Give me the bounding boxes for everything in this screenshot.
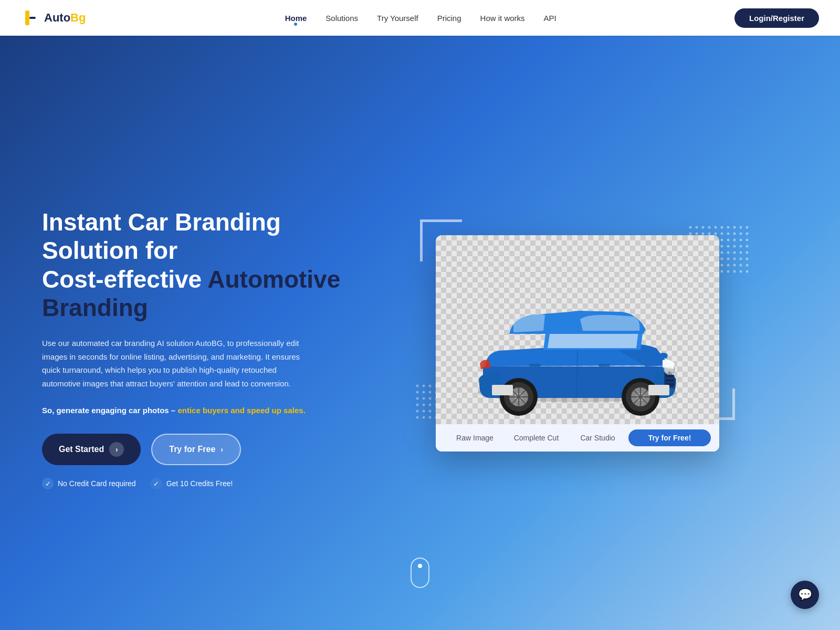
svg-point-41 [746, 245, 749, 248]
chat-button[interactable]: 💬 [791, 581, 819, 609]
nav-links: Home Solutions Try Yourself Pricing How … [107, 14, 734, 23]
svg-point-112 [416, 416, 419, 419]
hero-title: Instant Car Branding Solution for Cost-e… [42, 208, 357, 322]
chat-icon: 💬 [798, 588, 812, 602]
svg-point-12 [689, 233, 692, 235]
svg-point-60 [740, 258, 742, 260]
nav-solutions[interactable]: Solutions [326, 14, 358, 23]
svg-point-106 [416, 410, 419, 413]
svg-rect-144 [492, 385, 513, 395]
svg-point-9 [733, 226, 736, 229]
hero-description: Use our automated car branding AI soluti… [42, 337, 315, 390]
svg-point-57 [721, 258, 723, 260]
svg-point-100 [416, 404, 419, 406]
nav-api[interactable]: API [544, 14, 556, 23]
svg-point-113 [423, 416, 425, 419]
tab-complete-cut[interactable]: Complete Cut [506, 429, 567, 446]
svg-point-58 [727, 258, 730, 260]
no-card-badge: ✓ No Credit Card required [42, 478, 136, 489]
svg-rect-1 [29, 17, 36, 19]
logo[interactable]: AutoBg [21, 8, 86, 27]
car-panel-tabs: Raw Image Complete Cut Car Studio Try fo… [436, 424, 719, 452]
svg-point-7 [721, 226, 723, 229]
nav-home[interactable]: Home [285, 14, 307, 23]
svg-point-10 [740, 226, 742, 229]
svg-point-96 [429, 397, 432, 400]
svg-point-6 [715, 226, 717, 229]
svg-point-31 [746, 239, 749, 242]
scroll-dot [418, 564, 422, 568]
scroll-indicator [411, 558, 429, 588]
svg-point-28 [727, 239, 730, 242]
logo-icon [21, 8, 40, 27]
svg-point-101 [423, 404, 425, 406]
svg-point-18 [727, 233, 730, 235]
svg-point-29 [733, 239, 736, 242]
svg-point-83 [423, 385, 425, 387]
svg-point-14 [702, 233, 705, 235]
svg-point-51 [746, 251, 749, 254]
svg-point-49 [733, 251, 736, 254]
svg-point-108 [429, 410, 432, 413]
svg-point-70 [740, 264, 742, 267]
tab-car-studio[interactable]: Car Studio [567, 429, 628, 446]
nav-try-yourself[interactable]: Try Yourself [377, 14, 418, 23]
svg-point-59 [733, 258, 736, 260]
hero-right: Raw Image Complete Cut Car Studio Try fo… [357, 214, 798, 452]
svg-point-16 [715, 233, 717, 235]
svg-point-77 [721, 270, 723, 273]
car-image-area [436, 235, 719, 424]
svg-rect-0 [25, 10, 29, 25]
svg-point-4 [702, 226, 705, 229]
svg-point-94 [416, 397, 419, 400]
tab-try-for-free[interactable]: Try for Free! [628, 429, 711, 446]
svg-point-39 [733, 245, 736, 248]
svg-point-2 [689, 226, 692, 229]
car-panel-wrapper: Raw Image Complete Cut Car Studio Try fo… [436, 235, 719, 452]
svg-point-38 [727, 245, 730, 248]
svg-rect-141 [598, 364, 610, 366]
svg-rect-142 [529, 364, 541, 366]
login-register-button[interactable]: Login/Register [734, 8, 819, 28]
hero-section: Instant Car Branding Solution for Cost-e… [0, 0, 840, 630]
hero-left: Instant Car Branding Solution for Cost-e… [42, 176, 357, 489]
svg-point-114 [429, 416, 432, 419]
svg-rect-119 [666, 375, 674, 377]
try-free-button[interactable]: Try for Free › [151, 434, 241, 465]
svg-point-50 [740, 251, 742, 254]
svg-point-90 [429, 391, 432, 394]
svg-point-27 [721, 239, 723, 242]
svg-rect-120 [666, 379, 674, 382]
try-free-arrow-icon: › [220, 445, 223, 454]
svg-point-13 [696, 233, 698, 235]
svg-point-81 [746, 270, 749, 273]
svg-point-61 [746, 258, 749, 260]
nav-pricing[interactable]: Pricing [437, 14, 461, 23]
car-panel: Raw Image Complete Cut Car Studio Try fo… [436, 235, 719, 452]
svg-rect-143 [648, 385, 669, 395]
svg-point-11 [746, 226, 749, 229]
svg-point-69 [733, 264, 736, 267]
svg-point-17 [721, 233, 723, 235]
hero-badges: ✓ No Credit Card required ✓ Get 10 Credi… [42, 478, 357, 489]
nav-how-it-works[interactable]: How it works [480, 14, 525, 23]
svg-point-40 [740, 245, 742, 248]
svg-point-47 [721, 251, 723, 254]
free-credits-check-icon: ✓ [151, 478, 162, 489]
svg-point-21 [746, 233, 749, 235]
tab-raw-image[interactable]: Raw Image [444, 429, 506, 446]
svg-point-79 [733, 270, 736, 273]
svg-point-82 [416, 385, 419, 387]
svg-point-37 [721, 245, 723, 248]
svg-point-95 [423, 397, 425, 400]
svg-point-84 [429, 385, 432, 387]
free-credits-badge: ✓ Get 10 Credits Free! [151, 478, 233, 489]
svg-point-48 [727, 251, 730, 254]
svg-point-8 [727, 226, 730, 229]
car-image [457, 272, 698, 419]
navbar: AutoBg Home Solutions Try Yourself Prici… [0, 0, 840, 36]
hero-buttons: Get Started › Try for Free › [42, 434, 357, 465]
get-started-button[interactable]: Get Started › [42, 434, 141, 465]
get-started-arrow-icon: › [109, 442, 124, 457]
svg-point-19 [733, 233, 736, 235]
